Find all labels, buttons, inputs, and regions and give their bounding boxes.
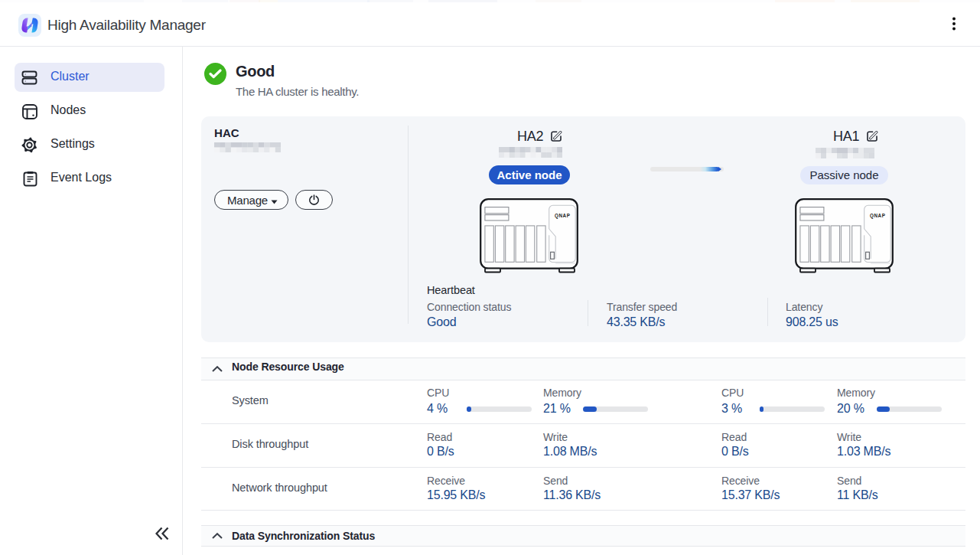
svg-text:QNAP: QNAP (870, 213, 885, 219)
svg-text:QNAP: QNAP (555, 213, 570, 219)
